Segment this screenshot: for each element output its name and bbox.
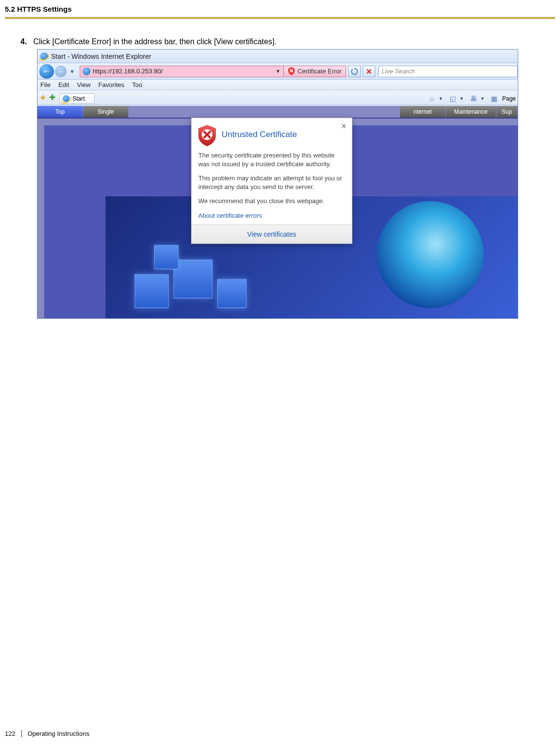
popup-title: Untrusted Certificate xyxy=(222,125,297,146)
menu-edit[interactable]: Edit xyxy=(58,81,69,88)
popup-para-1: The security certificate presented by th… xyxy=(198,151,345,168)
camera-tab-internet[interactable]: nternet xyxy=(400,106,446,118)
globe-graphic xyxy=(377,201,484,308)
page-menu-icon[interactable]: ▦ xyxy=(490,94,499,103)
about-cert-errors-link[interactable]: About certificate errors xyxy=(198,211,345,220)
stop-button[interactable] xyxy=(363,66,375,77)
address-url: https://192.168.0.253:80/ xyxy=(93,68,276,75)
window-title: Start - Windows Internet Explorer xyxy=(51,52,151,60)
menu-tools[interactable]: Too xyxy=(132,81,142,88)
tab-ie-icon xyxy=(63,95,70,102)
menu-file[interactable]: File xyxy=(40,81,51,88)
search-box[interactable]: Live Search xyxy=(378,66,518,77)
ie-screenshot: Start - Windows Internet Explorer ← → ▼ … xyxy=(37,49,518,319)
add-favorite-icon[interactable]: ✚ xyxy=(49,93,55,102)
home-icon[interactable]: ⌂ xyxy=(427,94,437,103)
menu-favorites[interactable]: Favorites xyxy=(98,81,124,88)
shield-warning-icon xyxy=(197,125,217,146)
popup-para-2: This problem may indicate an attempt to … xyxy=(198,174,345,191)
popup-footer: View certificates xyxy=(192,225,352,243)
certificate-error-button[interactable]: Certificate Error xyxy=(284,66,346,77)
browser-tab[interactable]: Start xyxy=(59,93,95,104)
ie-logo-icon xyxy=(40,52,48,60)
certificate-error-label: Certificate Error xyxy=(298,68,342,75)
camera-tab-maintenance[interactable]: Maintenance xyxy=(446,106,496,118)
step-text: Click [Certificate Error] in the address… xyxy=(33,37,276,46)
menu-view[interactable]: View xyxy=(77,81,90,88)
tab-label: Start xyxy=(72,95,85,102)
shield-error-icon xyxy=(288,67,295,75)
document-title: Operating Instructions xyxy=(28,730,89,737)
view-certificates-link[interactable]: View certificates xyxy=(247,230,297,238)
page-number: 122 xyxy=(5,730,22,737)
back-button[interactable]: ← xyxy=(39,64,54,79)
page-menu-label[interactable]: Page xyxy=(502,95,516,102)
favorites-star-icon[interactable]: ★ xyxy=(39,93,46,102)
page-footer: 122 Operating Instructions xyxy=(5,730,89,737)
forward-button[interactable]: → xyxy=(55,66,67,77)
refresh-icon xyxy=(351,68,358,75)
address-dropdown-icon[interactable]: ▼ xyxy=(276,69,283,74)
search-placeholder: Live Search xyxy=(382,68,415,75)
site-icon xyxy=(83,68,90,75)
stop-icon xyxy=(366,69,372,74)
popup-para-3: We recommend that you close this webpage… xyxy=(198,197,345,206)
nav-history-dropdown[interactable]: ▼ xyxy=(67,69,78,74)
feeds-icon[interactable]: ◱ xyxy=(448,94,457,103)
print-icon[interactable]: 🖶 xyxy=(469,94,478,103)
popup-body: The security certificate presented by th… xyxy=(192,151,352,225)
address-bar[interactable]: https://192.168.0.253:80/ ▼ xyxy=(80,66,284,77)
step-4: 4. Click [Certificate Error] in the addr… xyxy=(0,19,560,46)
camera-tab-support[interactable]: Sup xyxy=(496,106,518,118)
camera-tabs: Top Single nternet Maintenance Sup xyxy=(37,106,518,119)
camera-tab-top[interactable]: Top xyxy=(37,106,83,118)
navigation-row: ← → ▼ https://192.168.0.253:80/ ▼ Certif… xyxy=(37,63,518,80)
camera-tab-single[interactable]: Single xyxy=(83,106,129,118)
squares-graphic xyxy=(135,245,280,313)
menu-bar: File Edit View Favorites Too xyxy=(37,80,518,90)
command-bar: ⌂▼ ◱▼ 🖶▼ ▦ Page xyxy=(425,92,516,105)
section-header: 5.2 HTTPS Settings xyxy=(0,0,560,17)
step-number: 4. xyxy=(20,37,31,46)
window-title-bar: Start - Windows Internet Explorer xyxy=(37,50,518,63)
certificate-popup: ✕ Untrusted Certificate The security cer… xyxy=(191,118,352,244)
refresh-button[interactable] xyxy=(348,66,361,77)
